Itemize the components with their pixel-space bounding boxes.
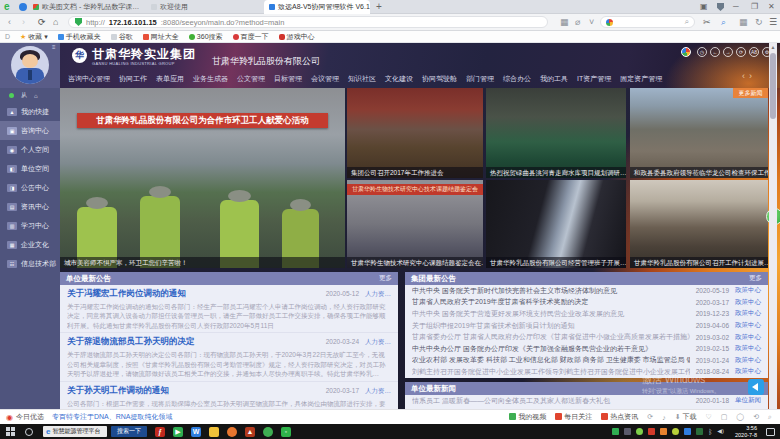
flash-icon[interactable]: ƒ: [155, 427, 165, 437]
wps-icon[interactable]: W: [191, 427, 201, 437]
firefox-icon[interactable]: [227, 427, 237, 437]
announcement-item[interactable]: 关于辞退物流部员工孙天明的决定 2020-03-24 人力资… 关于辞退物流部员…: [60, 333, 398, 381]
refresh-icon[interactable]: ⟳: [38, 17, 46, 27]
window-icon[interactable]: ▢: [721, 413, 728, 421]
sidebar-item[interactable]: ▥ 学习中心: [0, 216, 60, 235]
bluetooth-icon[interactable]: ᛒ: [708, 428, 712, 435]
announcement-dept-link[interactable]: 人力资…: [365, 338, 391, 347]
announcement-source-link[interactable]: 政策中心: [735, 321, 761, 330]
back-icon[interactable]: ‹: [8, 17, 11, 27]
sidebar-item[interactable]: ▦ 企业文化: [0, 235, 60, 254]
history-icon[interactable]: ↻: [755, 17, 763, 27]
announcement-title[interactable]: 中共中央办公厅 国务院办公厅印发《关于加强金融服务民营企业的若干意见》: [412, 344, 690, 354]
minimize-button[interactable]: ─: [733, 2, 739, 11]
extensions-icon[interactable]: ▦: [560, 17, 569, 27]
browser-logo-icon[interactable]: e: [4, 1, 10, 12]
announcement-source-link[interactable]: 政策中心: [735, 367, 761, 376]
announcement-source-link[interactable]: 政策中心: [735, 333, 761, 342]
sidebar-collapse-icon[interactable]: ≡: [52, 44, 56, 50]
apps-grid-icon[interactable]: ▦: [739, 17, 748, 27]
news-photo-7[interactable]: 甘肃华羚乳品股份有限公司召开工作计划进展…: [630, 180, 768, 268]
bookmark-360search[interactable]: 360搜索: [189, 32, 223, 42]
a8-icon[interactable]: A8: [749, 47, 759, 57]
announcement-row[interactable]: 关于组织申报2019年甘肃省技术创新项目计划的通知 2019-04-06 政策中…: [405, 320, 768, 332]
menu-icon[interactable]: ☰: [769, 17, 777, 27]
nav-back-icon[interactable]: ←: [710, 47, 720, 57]
remote-tool-icon[interactable]: ▲: [245, 427, 255, 437]
bookmark-phone[interactable]: 手机收藏夹: [58, 32, 101, 42]
bookmark-baidu[interactable]: 百度一下: [233, 32, 269, 42]
announcement-dept-link[interactable]: 人力资…: [365, 290, 391, 299]
status-headline-link[interactable]: 专百特专注于DNA、RNA提取纯化领域: [52, 412, 173, 422]
announcement-source-link[interactable]: 政策中心: [735, 309, 761, 318]
announcement-item[interactable]: 关于孙天明工作调动的通知 2020-03-17 人力资… 公司各部门：根据工作需…: [60, 382, 398, 409]
announcement-row[interactable]: 中共中央办公厅 国务院办公厅印发《关于加强金融服务民营企业的若干意见》 2019…: [405, 343, 768, 355]
scroll-up-icon[interactable]: ▲: [769, 43, 777, 51]
sidebar-item[interactable]: ◧ 单位空间: [0, 159, 60, 178]
bookmark-games[interactable]: 游戏中心: [279, 32, 315, 42]
news-photo-3[interactable]: 热烈祝贺碌曲县洮河青走廊水库项目规划调研…: [486, 88, 626, 178]
ie-mode-icon[interactable]: D: [5, 33, 10, 40]
bookmark-sites[interactable]: 网址大全: [143, 32, 179, 42]
sidebar-item[interactable]: ▣ 咨询中心: [0, 121, 60, 140]
announcement-title[interactable]: 关于组织申报2019年甘肃省技术创新项目计划的通知: [412, 321, 690, 331]
login-box-icon[interactable]: ▣: [700, 2, 708, 11]
circle-icon[interactable]: ◯: [736, 413, 744, 421]
reload-icon[interactable]: ⟳: [736, 47, 746, 57]
header-nav-item[interactable]: 咨询中心管理: [68, 74, 110, 84]
header-nav-item[interactable]: 协同驾驶舱: [422, 74, 457, 84]
tab-seeyon-active[interactable]: 致远A8-V5协同管理软件 V6.1… ×: [264, 0, 370, 14]
announcement-source-link[interactable]: 政策中心: [735, 286, 761, 295]
home-icon[interactable]: ⌂: [34, 93, 38, 99]
close-button[interactable]: ✕: [768, 2, 775, 11]
tray-player-icon[interactable]: [612, 428, 619, 435]
daily-follow-link[interactable]: 每日关注: [555, 412, 592, 422]
forward-icon[interactable]: ›: [22, 17, 25, 27]
zoom-icon[interactable]: ⌕: [768, 413, 772, 421]
header-nav-item[interactable]: 协同工作: [119, 74, 147, 84]
news-title[interactable]: 情系员工 温暖新春——公司向全体员工及其家人都送新春大礼包: [412, 396, 690, 406]
url-field[interactable]: http://172.16.101.15:8080/seeyon/main.do…: [68, 16, 548, 28]
announcement-dept-link[interactable]: 人力资…: [365, 387, 391, 396]
tray-tool-icon[interactable]: [624, 428, 631, 435]
hot-news-link[interactable]: 热点资讯: [601, 412, 638, 422]
theme-color-icon[interactable]: [681, 47, 691, 57]
news-photo-main[interactable]: 甘肃华羚乳品股份有限公司为合作市环卫工人献爱心活动 城市美容师不惧严寒，环卫工您…: [60, 88, 345, 268]
tray-thunder-icon[interactable]: [684, 428, 691, 435]
header-nav-item[interactable]: 我的工具: [540, 74, 568, 84]
tray-green-icon[interactable]: [636, 428, 643, 435]
tray-bank-icon[interactable]: [696, 428, 703, 435]
header-nav-item[interactable]: 目标管理: [274, 74, 302, 84]
taskbar-app-browser[interactable]: e 智慧能源管理平台: [43, 426, 107, 437]
online-status-icon[interactable]: [9, 93, 14, 98]
news-photo-2[interactable]: 集团公司召开2017年工作推进会: [347, 88, 483, 178]
header-nav-item[interactable]: 固定资产管理: [620, 74, 662, 84]
refresh-icon[interactable]: ⟳: [647, 413, 653, 421]
sidebar-item[interactable]: ◨ 公告中心: [0, 178, 60, 197]
scrollbar-thumb[interactable]: [770, 53, 776, 119]
page-scrollbar[interactable]: ▲: [769, 43, 777, 409]
taskbar-search-button[interactable]: 搜索一下: [111, 426, 147, 437]
new-tab-button[interactable]: +: [376, 1, 382, 12]
announcement-row[interactable]: 甘肃省委办公厅 甘肃省人民政府办公厅印发《甘肃省促进中小微企业高质量发展若干措施…: [405, 331, 768, 343]
download-button[interactable]: ⬇ 下载: [675, 412, 697, 422]
news-source-link[interactable]: 单位新闻: [735, 396, 761, 405]
header-nav-item[interactable]: 业务生成器: [193, 74, 228, 84]
search-input[interactable]: ⌕: [600, 16, 695, 28]
announcement-title[interactable]: 中共中央 国务院关于新时代加快完善社会主义市场经济体制的意见: [412, 286, 690, 296]
volume-icon[interactable]: ◀): [717, 428, 724, 435]
notification-center-icon[interactable]: [766, 428, 775, 436]
adblock-icon[interactable]: ⌀: [575, 17, 580, 27]
announcement-title[interactable]: 关于孙天明工作调动的通知: [67, 385, 320, 397]
announcement-row[interactable]: 甘肃省人民政府关于2019年度甘肃省科学技术奖励的决定 2020-03-17 政…: [405, 297, 768, 309]
announcement-source-link[interactable]: 政策中心: [735, 344, 761, 353]
taskbar-clock[interactable]: 3:56 2020-7-8: [735, 425, 757, 439]
announcement-row[interactable]: 中共中央 国务院关于营造更好发展环境支持民营企业改革发展的意见 2019-12-…: [405, 308, 768, 320]
security-shield-icon[interactable]: [717, 3, 724, 11]
announcement-title[interactable]: 刘鹤主持召开国务院促进中小企业发展工作领导刘鹤主持召开国务院促进中小企业发展工作…: [412, 367, 690, 377]
sidebar-item[interactable]: ◉ 个人空间: [0, 140, 60, 159]
speaker-icon[interactable]: [748, 379, 764, 395]
bookmark-favorites[interactable]: ★收藏 ▾: [20, 32, 48, 42]
tray-360-icon[interactable]: [672, 428, 679, 435]
bookmark-google[interactable]: 谷歌: [111, 32, 133, 42]
